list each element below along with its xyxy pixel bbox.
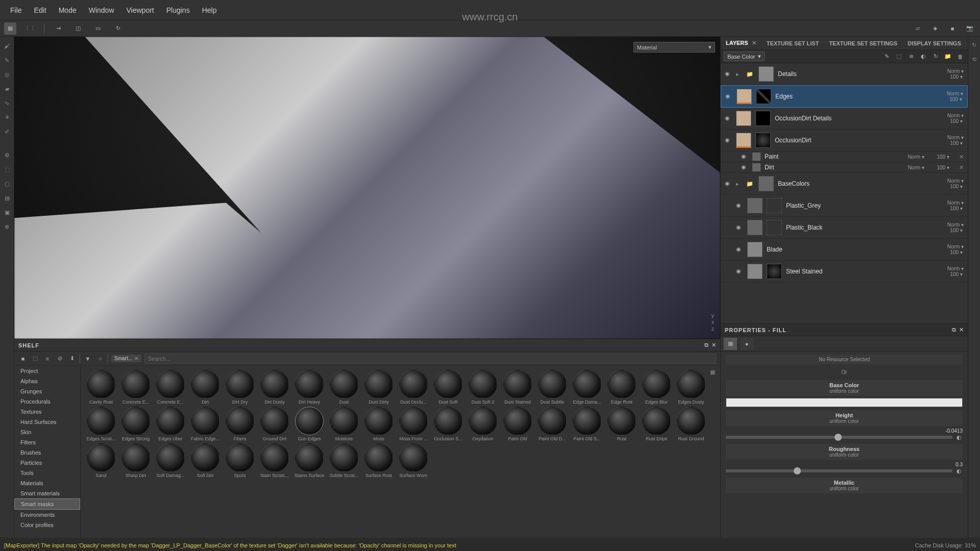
shelf-item[interactable]: Dust Soft — [432, 370, 464, 405]
layer-thumbnail[interactable] — [747, 264, 763, 279]
shelf-undock-icon[interactable]: ⧉ — [704, 342, 708, 348]
shelf-refresh-icon[interactable]: ○ — [95, 354, 105, 363]
shelf-category[interactable]: Brushes — [14, 447, 80, 458]
layer-opacity[interactable]: 100 ▾ — [947, 96, 962, 102]
shelf-search-input[interactable] — [144, 354, 716, 364]
shelf-item[interactable]: Subtle Scrat... — [328, 443, 360, 478]
shelf-item[interactable]: Rust Drips — [640, 407, 673, 441]
channel-dropdown[interactable]: Base Color▾ — [724, 52, 765, 61]
toolbar-grid-icon[interactable]: ▦ — [4, 22, 16, 35]
shelf-item[interactable]: Oxydation — [467, 407, 499, 441]
layer-mask-thumbnail[interactable] — [756, 89, 771, 104]
tab-texset-settings[interactable]: TEXTURE SET SETTINGS — [824, 38, 902, 49]
shelf-item[interactable]: Dust Soft 2 — [467, 370, 499, 405]
layer-blend-mode[interactable]: Norm ▾ — [947, 200, 964, 206]
toolbar-camera-icon[interactable]: 📷 — [964, 22, 976, 35]
eye-icon[interactable]: ◉ — [736, 224, 743, 231]
tab-texset-list[interactable]: TEXTURE SET LIST — [762, 38, 824, 49]
shelf-new-icon[interactable]: ⬚ — [31, 354, 40, 363]
layer-row[interactable]: ◉OcclusionDirt DetailsNorm ▾100 ▾ — [721, 108, 968, 130]
shelf-item[interactable]: Fibers — [224, 407, 256, 441]
shelf-item[interactable]: Dust Subtle — [536, 370, 569, 405]
shelf-item[interactable]: Soft Dirt — [189, 443, 222, 478]
shelf-item[interactable]: Sand — [85, 443, 117, 478]
viewport-3d[interactable]: Material▾ y x z — [14, 37, 720, 339]
eyedropper-icon[interactable]: ◐ — [955, 434, 963, 441]
tab-display-settings[interactable]: DISPLAY SETTINGS — [902, 38, 966, 49]
layer-mask-thumbnail[interactable] — [767, 198, 782, 213]
layer-mask-thumbnail[interactable] — [755, 111, 771, 126]
shelf-item[interactable]: Stain Scratc... — [258, 443, 291, 478]
menu-edit[interactable]: Edit — [28, 4, 53, 16]
shelf-item[interactable]: Rust Ground — [675, 407, 707, 441]
shelf-import-icon[interactable]: ⬇ — [67, 354, 77, 363]
shelf-category[interactable]: Environments — [14, 510, 80, 520]
layer-row[interactable]: ◉OcclusionDirtNorm ▾100 ▾ — [721, 130, 968, 152]
shelf-close-icon[interactable]: ✕ — [712, 342, 716, 348]
shelf-item[interactable]: Dust Stained — [501, 370, 534, 405]
props-height-slider[interactable] — [726, 436, 952, 439]
layer-blend-mode[interactable]: Norm ▾ — [947, 178, 964, 184]
layer-opacity[interactable]: 100 ▾ — [947, 228, 963, 233]
shelf-item[interactable]: Sharp Dirt — [119, 443, 152, 478]
toolbar-video-icon[interactable]: ■ — [946, 22, 959, 35]
layer-opacity[interactable]: 100 ▾ — [947, 118, 963, 124]
shelf-category[interactable]: Procedurals — [14, 396, 80, 407]
shelf-home-icon[interactable]: ■ — [18, 354, 28, 363]
polyfill-tool-icon[interactable]: ▰ — [2, 84, 12, 94]
props-tab-material-icon[interactable]: ● — [740, 338, 753, 350]
shelf-item[interactable]: Edges Uber — [154, 407, 187, 441]
layer-blend-mode[interactable]: Norm ▾ — [947, 68, 964, 74]
shelf-item[interactable]: Concrete E... — [119, 370, 152, 405]
layer-row[interactable]: ◉Steel StainedNorm ▾100 ▾ — [721, 261, 968, 283]
layer-row[interactable]: ◉EdgesNorm ▾100 ▾ — [721, 85, 968, 108]
props-undock-icon[interactable]: ⧉ — [952, 327, 956, 333]
layer-blend-mode[interactable]: Norm ▾ — [947, 222, 964, 228]
shelf-item[interactable]: Paint Old S... — [571, 407, 603, 441]
gear-icon[interactable]: ⊕ — [2, 221, 12, 232]
layer-blend-mode[interactable]: Norm ▾ — [947, 135, 964, 140]
shelf-item[interactable]: Edges Blur — [640, 370, 673, 405]
shelf-item[interactable]: Edge Rust — [605, 370, 638, 405]
layers-folder-icon[interactable]: 📁 — [943, 52, 952, 61]
shelf-item[interactable]: Spots — [224, 443, 256, 478]
shelf-item[interactable]: Dust Occlu... — [397, 370, 430, 405]
shelf-filter-icon[interactable]: ▼ — [83, 354, 92, 363]
shelf-item[interactable]: Gun Edges — [293, 407, 326, 441]
toolbar-perspective-icon[interactable]: ▱ — [912, 22, 924, 35]
shelf-item[interactable]: Edges Strong — [119, 407, 152, 441]
effect-close-icon[interactable]: ✕ — [959, 154, 964, 160]
eye-icon[interactable]: ◉ — [736, 202, 743, 209]
layers-icon[interactable]: ▤ — [2, 193, 12, 203]
shelf-category[interactable]: Skin — [14, 427, 80, 437]
eraser-tool-icon[interactable]: ✎ — [2, 55, 12, 65]
shelf-item[interactable]: Surface Rust — [362, 443, 395, 478]
layer-thumbnail[interactable] — [736, 133, 751, 148]
shelf-item[interactable]: Moisture — [328, 407, 360, 441]
filter-tag-close-icon[interactable]: ✕ — [134, 356, 138, 361]
shelf-item[interactable]: Fabric Edge... — [189, 407, 222, 441]
layer-thumbnail[interactable] — [737, 89, 752, 104]
layer-mask-thumbnail[interactable] — [755, 133, 771, 148]
shelf-item[interactable]: Surface Worn — [397, 443, 430, 478]
shelf-category[interactable]: Textures — [14, 407, 80, 417]
shelf-item[interactable]: Cavity Rust — [85, 370, 117, 405]
layers-fill-icon[interactable]: ↻ — [931, 52, 940, 61]
eye-icon[interactable]: ◉ — [725, 115, 732, 122]
layers-delete-icon[interactable]: 🗑 — [955, 52, 965, 61]
layer-row[interactable]: ◉Plastic_GreyNorm ▾100 ▾ — [721, 195, 968, 217]
layer-blend-mode[interactable]: Norm ▾ — [947, 244, 964, 249]
layer-opacity[interactable]: 100 ▾ — [947, 206, 963, 211]
material-tool-icon[interactable]: ✐ — [2, 127, 12, 137]
layer-mask-thumbnail[interactable] — [767, 220, 782, 235]
shelf-category[interactable]: Smart masks — [14, 498, 80, 510]
eye-icon[interactable]: ◉ — [725, 180, 732, 187]
layer-effect-row[interactable]: ◉PaintNorm ▾ 100 ▾ ✕ — [721, 152, 968, 162]
eye-icon[interactable]: ◉ — [725, 93, 732, 100]
effect-blend[interactable]: Norm ▾ — [908, 165, 924, 170]
shelf-category[interactable]: Project — [14, 366, 80, 376]
tab-layers[interactable]: LAYERS ✕ — [721, 37, 762, 49]
eye-icon[interactable]: ◉ — [741, 153, 748, 160]
shelf-hide-icon[interactable]: ⊘ — [55, 354, 64, 363]
settings-icon[interactable]: ⚙ — [2, 150, 12, 160]
